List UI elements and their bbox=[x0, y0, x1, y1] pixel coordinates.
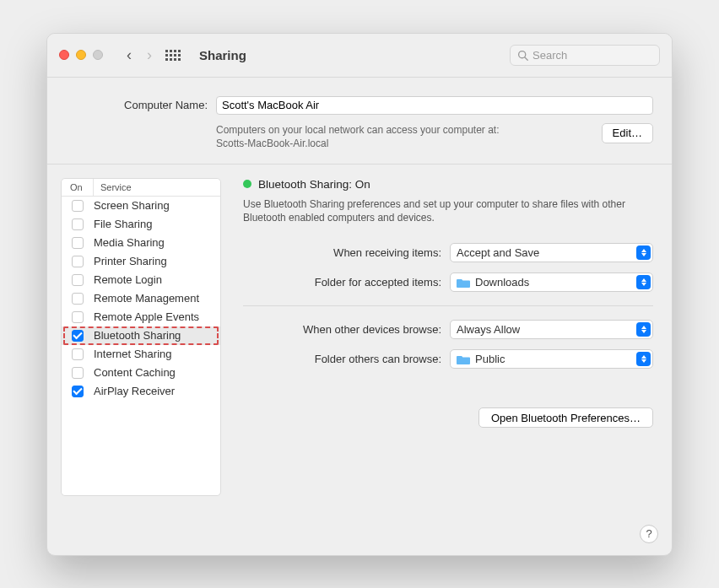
service-checkbox[interactable] bbox=[72, 218, 84, 230]
services-pane: On Service Screen SharingFile SharingMed… bbox=[47, 165, 235, 555]
service-row[interactable]: Remote Login bbox=[62, 271, 220, 289]
receive-value: Accept and Save bbox=[457, 246, 539, 259]
preferences-window: ‹ › Sharing Computer Name: Computers on … bbox=[46, 33, 673, 556]
search-field[interactable] bbox=[510, 45, 660, 66]
computer-name-desc: Computers on your local network can acce… bbox=[216, 123, 585, 150]
content-area: On Service Screen SharingFile SharingMed… bbox=[47, 165, 672, 555]
toolbar: ‹ › Sharing bbox=[47, 34, 672, 78]
zoom-icon bbox=[93, 50, 103, 60]
edit-button[interactable]: Edit… bbox=[602, 123, 653, 143]
service-checkbox[interactable] bbox=[72, 237, 84, 249]
svg-line-1 bbox=[525, 57, 527, 59]
detail-pane: Bluetooth Sharing: On Use Bluetooth Shar… bbox=[235, 165, 672, 555]
service-label: Internet Sharing bbox=[94, 348, 220, 360]
service-label: Remote Management bbox=[94, 292, 220, 305]
close-icon[interactable] bbox=[59, 50, 69, 60]
computer-name-label: Computer Name: bbox=[66, 99, 208, 111]
nav-arrows: ‹ › bbox=[127, 46, 152, 64]
service-row[interactable]: AirPlay Receiver bbox=[62, 382, 220, 401]
computer-name-input[interactable] bbox=[216, 96, 653, 115]
service-label: Printer Sharing bbox=[94, 255, 220, 267]
window-title: Sharing bbox=[199, 48, 246, 62]
folder-icon bbox=[457, 354, 470, 364]
service-row[interactable]: Printer Sharing bbox=[62, 252, 220, 271]
open-bluetooth-prefs-button[interactable]: Open Bluetooth Preferences… bbox=[478, 407, 653, 428]
service-label: Remote Login bbox=[94, 273, 220, 286]
chevron-updown-icon bbox=[636, 352, 651, 366]
service-checkbox[interactable] bbox=[72, 311, 84, 323]
window-controls bbox=[59, 50, 103, 60]
chevron-updown-icon bbox=[636, 275, 651, 289]
service-row[interactable]: File Sharing bbox=[62, 215, 220, 234]
service-label: Screen Sharing bbox=[94, 199, 220, 212]
status-desc: Use Bluetooth Sharing preferences and se… bbox=[243, 197, 653, 224]
service-label: AirPlay Receiver bbox=[94, 385, 220, 397]
browse-folder-value: Public bbox=[475, 353, 505, 365]
service-checkbox[interactable] bbox=[72, 274, 84, 286]
show-all-icon[interactable] bbox=[165, 50, 181, 61]
service-checkbox[interactable] bbox=[72, 330, 84, 342]
service-label: File Sharing bbox=[94, 218, 220, 230]
col-service-header[interactable]: Service bbox=[94, 179, 220, 196]
service-label: Bluetooth Sharing bbox=[94, 329, 220, 342]
service-label: Content Caching bbox=[94, 366, 220, 379]
service-label: Media Sharing bbox=[94, 236, 220, 249]
browse-folder-label: Folder others can browse: bbox=[243, 353, 450, 365]
service-row[interactable]: Remote Apple Events bbox=[62, 308, 220, 326]
browse-select[interactable]: Always Allow bbox=[450, 320, 653, 339]
service-row[interactable]: Media Sharing bbox=[62, 234, 220, 252]
service-label: Remote Apple Events bbox=[94, 310, 220, 323]
chevron-updown-icon bbox=[636, 245, 651, 260]
browse-label: When other devices browse: bbox=[243, 323, 450, 336]
services-table: On Service Screen SharingFile SharingMed… bbox=[61, 178, 221, 496]
service-checkbox[interactable] bbox=[72, 348, 84, 360]
receive-label: When receiving items: bbox=[243, 246, 450, 259]
minimize-icon[interactable] bbox=[76, 50, 86, 60]
service-checkbox[interactable] bbox=[72, 367, 84, 379]
accept-folder-select[interactable]: Downloads bbox=[450, 272, 653, 292]
col-on-header[interactable]: On bbox=[62, 179, 94, 196]
service-row[interactable]: Remote Management bbox=[62, 289, 220, 308]
help-button[interactable]: ? bbox=[640, 525, 658, 543]
accept-folder-value: Downloads bbox=[475, 276, 529, 289]
folder-icon bbox=[457, 278, 470, 288]
service-row[interactable]: Bluetooth Sharing bbox=[62, 326, 220, 345]
service-row[interactable]: Internet Sharing bbox=[62, 345, 220, 364]
computer-name-pane: Computer Name: Computers on your local n… bbox=[47, 78, 672, 165]
search-icon bbox=[517, 50, 528, 61]
browse-folder-select[interactable]: Public bbox=[450, 349, 653, 369]
service-checkbox[interactable] bbox=[72, 256, 84, 267]
browse-value: Always Allow bbox=[457, 323, 520, 336]
forward-button: › bbox=[147, 46, 152, 64]
service-checkbox[interactable] bbox=[72, 293, 84, 305]
service-checkbox[interactable] bbox=[72, 200, 84, 212]
receive-select[interactable]: Accept and Save bbox=[450, 243, 653, 262]
service-row[interactable]: Content Caching bbox=[62, 364, 220, 382]
status-indicator-icon bbox=[243, 180, 251, 188]
search-input[interactable] bbox=[532, 49, 652, 62]
service-row[interactable]: Screen Sharing bbox=[62, 197, 220, 215]
accept-folder-label: Folder for accepted items: bbox=[243, 276, 450, 289]
chevron-updown-icon bbox=[636, 322, 651, 337]
status-title: Bluetooth Sharing: On bbox=[258, 178, 370, 191]
back-button[interactable]: ‹ bbox=[127, 46, 132, 64]
service-checkbox[interactable] bbox=[72, 386, 84, 397]
